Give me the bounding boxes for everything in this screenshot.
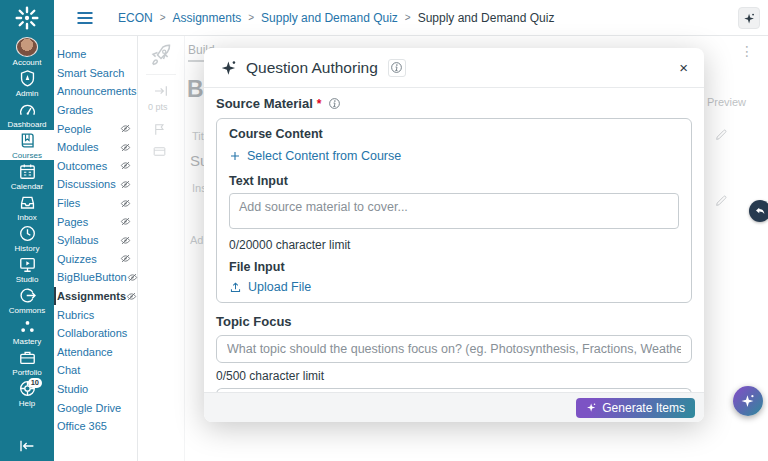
close-icon[interactable]: × bbox=[679, 60, 688, 75]
hidden-eye-icon bbox=[120, 216, 131, 227]
avatar bbox=[16, 37, 38, 57]
gnav-account[interactable]: Account bbox=[0, 37, 54, 67]
cnav-office-365[interactable]: Office 365 bbox=[54, 417, 137, 436]
breadcrumb: ECON > Assignments > Supply and Demand Q… bbox=[118, 11, 554, 25]
upload-icon bbox=[229, 281, 242, 294]
cnav-pages[interactable]: Pages bbox=[54, 212, 137, 231]
cnav-attendance[interactable]: Attendance bbox=[54, 343, 137, 362]
hamburger-menu-icon[interactable] bbox=[75, 8, 95, 28]
navigate-icon bbox=[153, 83, 169, 99]
sparkle-icon bbox=[586, 402, 597, 413]
gnav-calendar[interactable]: Calendar bbox=[0, 161, 54, 191]
ai-assist-button[interactable] bbox=[738, 7, 760, 29]
select-content-link[interactable]: Select Content from Course bbox=[229, 149, 679, 163]
source-material-box: Course Content Select Content from Cours… bbox=[216, 118, 692, 303]
cnav-grades[interactable]: Grades bbox=[54, 101, 137, 120]
edit-pencil-icon[interactable] bbox=[714, 128, 728, 142]
gnav-studio[interactable]: Studio bbox=[0, 254, 54, 284]
clock-icon bbox=[18, 224, 37, 243]
global-navigation: Account Admin Dashboard Courses Calendar… bbox=[0, 0, 54, 461]
collapse-nav-button[interactable] bbox=[0, 437, 54, 455]
banner-icon bbox=[152, 144, 167, 159]
gauge-icon bbox=[18, 100, 37, 119]
cnav-outcomes[interactable]: Outcomes bbox=[54, 157, 137, 176]
top-bar: ECON > Assignments > Supply and Demand Q… bbox=[54, 0, 768, 36]
gnav-history[interactable]: History bbox=[0, 223, 54, 253]
inbox-icon bbox=[18, 193, 37, 212]
edit-pencil-icon[interactable] bbox=[714, 194, 728, 208]
hidden-eye-icon bbox=[127, 272, 138, 283]
plus-icon bbox=[229, 150, 241, 162]
cnav-chat[interactable]: Chat bbox=[54, 361, 137, 380]
cnav-assignments[interactable]: Assignments bbox=[54, 287, 137, 306]
gnav-admin[interactable]: Admin bbox=[0, 68, 54, 98]
gnav-help[interactable]: Help 10 bbox=[0, 378, 54, 408]
canvas-logo[interactable] bbox=[0, 0, 54, 36]
char-limit-500: 0/500 character limit bbox=[216, 369, 692, 383]
book-icon bbox=[18, 131, 37, 150]
source-material-label: Source Material bbox=[216, 96, 313, 111]
briefcase-icon bbox=[18, 348, 37, 367]
cnav-quizzes[interactable]: Quizzes bbox=[54, 250, 137, 269]
rocket-icon bbox=[149, 43, 173, 67]
breadcrumb-assignments[interactable]: Assignments bbox=[173, 11, 242, 25]
cnav-bigbluebutton[interactable]: BigBlueButton bbox=[54, 268, 137, 287]
cnav-collaborations[interactable]: Collaborations bbox=[54, 324, 137, 343]
cnav-google-drive[interactable]: Google Drive bbox=[54, 398, 137, 417]
breadcrumb-course[interactable]: ECON bbox=[118, 11, 153, 25]
char-limit-20000: 0/20000 character limit bbox=[229, 238, 679, 252]
info-icon[interactable] bbox=[328, 97, 341, 110]
sparkle-icon bbox=[220, 59, 238, 77]
source-material-textarea[interactable] bbox=[229, 193, 679, 229]
upload-file-link[interactable]: Upload File bbox=[229, 280, 679, 294]
course-content-label: Course Content bbox=[229, 127, 679, 141]
modal-title: Question Authoring bbox=[246, 59, 378, 77]
hidden-eye-icon bbox=[126, 291, 137, 302]
cnav-modules[interactable]: Modules bbox=[54, 138, 137, 157]
gnav-mastery[interactable]: Mastery bbox=[0, 316, 54, 346]
hidden-eye-icon bbox=[120, 235, 131, 246]
add-fragment: Ad bbox=[190, 234, 203, 246]
instructure-tray-button[interactable] bbox=[749, 200, 768, 222]
gnav-courses[interactable]: Courses bbox=[0, 130, 54, 160]
cnav-discussions[interactable]: Discussions bbox=[54, 175, 137, 194]
help-badge: 10 bbox=[28, 378, 42, 388]
sparkle-icon bbox=[743, 12, 756, 25]
cnav-files[interactable]: Files bbox=[54, 194, 137, 213]
kebab-menu-icon[interactable]: ⋮ bbox=[740, 43, 754, 59]
topic-focus-label: Topic Focus bbox=[216, 314, 292, 329]
divider bbox=[146, 74, 176, 75]
gnav-portfolio[interactable]: Portfolio bbox=[0, 347, 54, 377]
gnav-commons[interactable]: Commons bbox=[0, 285, 54, 315]
breadcrumb-current: Supply and Demand Quiz bbox=[418, 11, 555, 25]
title-info-icon[interactable] bbox=[388, 59, 406, 77]
ai-fab-button[interactable] bbox=[733, 386, 763, 416]
flag-icon bbox=[152, 122, 167, 137]
gnav-inbox[interactable]: Inbox bbox=[0, 192, 54, 222]
cnav-studio[interactable]: Studio bbox=[54, 380, 137, 399]
course-navigation: Home Smart Search Announcements Grades P… bbox=[54, 36, 137, 461]
cnav-people[interactable]: People bbox=[54, 119, 137, 138]
shield-icon bbox=[18, 69, 37, 88]
breadcrumb-quiz[interactable]: Supply and Demand Quiz bbox=[261, 11, 398, 25]
points-total: 0 pts bbox=[148, 102, 168, 112]
cnav-rubrics[interactable]: Rubrics bbox=[54, 305, 137, 324]
collapse-arrow-icon bbox=[18, 437, 36, 455]
gnav-label: Account bbox=[13, 58, 42, 67]
generate-items-button[interactable]: Generate Items bbox=[576, 398, 695, 418]
file-input-label: File Input bbox=[229, 260, 679, 274]
reply-arrow-icon bbox=[754, 205, 766, 217]
cnav-smart-search[interactable]: Smart Search bbox=[54, 64, 137, 83]
required-asterisk: * bbox=[317, 97, 322, 111]
cnav-syllabus[interactable]: Syllabus bbox=[54, 231, 137, 250]
calendar-icon bbox=[18, 162, 37, 181]
modal-header: Question Authoring × bbox=[204, 48, 704, 88]
gnav-dashboard[interactable]: Dashboard bbox=[0, 99, 54, 129]
modal-footer: Generate Items bbox=[204, 392, 704, 422]
topic-focus-input[interactable] bbox=[216, 335, 692, 363]
hidden-eye-icon bbox=[120, 198, 131, 209]
cnav-announcements[interactable]: Announcements bbox=[54, 82, 137, 101]
cnav-home[interactable]: Home bbox=[54, 45, 137, 64]
hidden-eye-icon bbox=[120, 179, 131, 190]
commons-icon bbox=[18, 286, 37, 305]
